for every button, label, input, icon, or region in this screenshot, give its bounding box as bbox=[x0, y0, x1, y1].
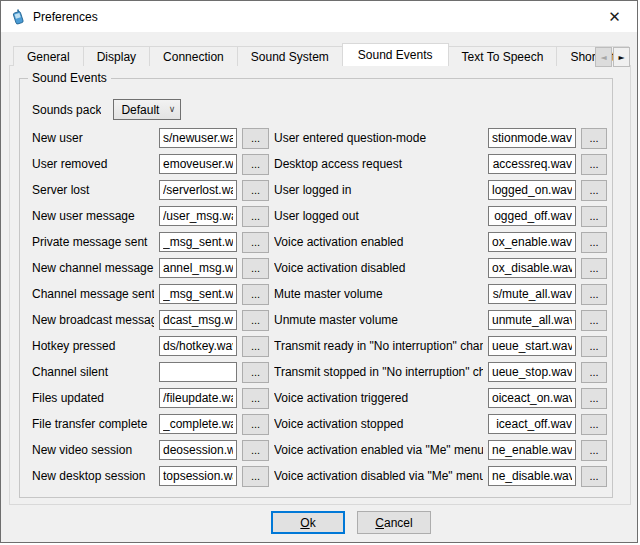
sound-event-row: Server lost...User logged in... bbox=[32, 177, 608, 203]
event-sound-input[interactable] bbox=[159, 232, 237, 252]
browse-button[interactable]: ... bbox=[242, 310, 269, 331]
event-sound-input[interactable] bbox=[488, 232, 576, 252]
browse-button[interactable]: ... bbox=[581, 414, 607, 435]
tab-sound-events[interactable]: Sound Events bbox=[342, 43, 449, 66]
browse-button[interactable]: ... bbox=[581, 128, 607, 149]
event-label: Unmute master volume bbox=[274, 313, 483, 327]
browse-button[interactable]: ... bbox=[581, 466, 607, 487]
event-sound-input[interactable] bbox=[159, 310, 237, 330]
event-label: Voice activation stopped bbox=[274, 417, 483, 431]
sound-event-row: Files updated...Voice activation trigger… bbox=[32, 385, 608, 411]
event-label: Voice activation disabled via "Me" menu bbox=[274, 469, 483, 483]
event-sound-input[interactable] bbox=[488, 284, 576, 304]
browse-button[interactable]: ... bbox=[242, 336, 269, 357]
browse-button[interactable]: ... bbox=[242, 466, 269, 487]
browse-button[interactable]: ... bbox=[242, 232, 269, 253]
sound-event-row: New broadcast message...Unmute master vo… bbox=[32, 307, 608, 333]
browse-button[interactable]: ... bbox=[581, 388, 607, 409]
browse-button[interactable]: ... bbox=[242, 154, 269, 175]
event-sound-input[interactable] bbox=[159, 388, 237, 408]
event-sound-input[interactable] bbox=[159, 440, 237, 460]
event-label: Voice activation triggered bbox=[274, 391, 483, 405]
event-sound-input[interactable] bbox=[159, 414, 237, 434]
browse-button[interactable]: ... bbox=[242, 180, 269, 201]
event-sound-input[interactable] bbox=[159, 362, 237, 382]
event-label: Private message sent bbox=[32, 235, 154, 249]
sound-event-row: Channel silent...Transmit stopped in "No… bbox=[32, 359, 608, 385]
sounds-pack-label: Sounds pack bbox=[32, 103, 101, 117]
event-sound-input[interactable] bbox=[159, 466, 237, 486]
browse-button[interactable]: ... bbox=[242, 414, 269, 435]
event-label: New desktop session bbox=[32, 469, 154, 483]
browse-button[interactable]: ... bbox=[242, 128, 269, 149]
browse-button[interactable]: ... bbox=[242, 206, 269, 227]
event-label: File transfer complete bbox=[32, 417, 154, 431]
tab-scroll-right-button[interactable]: ► bbox=[613, 47, 630, 67]
event-sound-input[interactable] bbox=[488, 388, 576, 408]
event-sound-input[interactable] bbox=[488, 180, 576, 200]
sound-event-row: New desktop session...Voice activation d… bbox=[32, 463, 608, 489]
tab-bar: GeneralDisplayConnectionSound SystemSoun… bbox=[13, 43, 629, 66]
browse-button[interactable]: ... bbox=[581, 440, 607, 461]
browse-button[interactable]: ... bbox=[581, 154, 607, 175]
event-sound-input[interactable] bbox=[488, 440, 576, 460]
browse-button[interactable]: ... bbox=[581, 180, 607, 201]
event-sound-input[interactable] bbox=[488, 310, 576, 330]
title-bar: Preferences ✕ bbox=[1, 1, 637, 32]
event-sound-input[interactable] bbox=[488, 154, 576, 174]
event-sound-input[interactable] bbox=[159, 180, 237, 200]
cancel-button[interactable]: Cancel bbox=[357, 511, 431, 534]
tab-scroll-left-button[interactable]: ◄ bbox=[595, 47, 612, 67]
sound-events-groupbox: Sound Events Sounds pack Default ∨ New u… bbox=[19, 78, 613, 498]
tab-sound-system[interactable]: Sound System bbox=[237, 46, 343, 66]
browse-button[interactable]: ... bbox=[242, 440, 269, 461]
tab-display[interactable]: Display bbox=[83, 46, 150, 66]
sounds-pack-select[interactable]: Default ∨ bbox=[113, 99, 181, 120]
event-label: Transmit ready in "No interruption" chan… bbox=[274, 339, 483, 353]
event-label: Files updated bbox=[32, 391, 154, 405]
ok-button[interactable]: Ok bbox=[271, 511, 345, 534]
event-label: Channel silent bbox=[32, 365, 154, 379]
tab-connection[interactable]: Connection bbox=[149, 46, 238, 66]
event-sound-input[interactable] bbox=[488, 206, 576, 226]
event-label: New user bbox=[32, 131, 154, 145]
arrow-left-icon: ◄ bbox=[600, 53, 606, 62]
event-label: New user message bbox=[32, 209, 154, 223]
browse-button[interactable]: ... bbox=[581, 258, 607, 279]
browse-button[interactable]: ... bbox=[242, 284, 269, 305]
browse-button[interactable]: ... bbox=[581, 284, 607, 305]
event-sound-input[interactable] bbox=[159, 206, 237, 226]
event-sound-input[interactable] bbox=[488, 128, 576, 148]
event-sound-input[interactable] bbox=[488, 466, 576, 486]
browse-button[interactable]: ... bbox=[242, 388, 269, 409]
event-label: Desktop access request bbox=[274, 157, 483, 171]
browse-button[interactable]: ... bbox=[581, 206, 607, 227]
sound-event-row: New user...User entered question-mode... bbox=[32, 125, 608, 151]
event-label: Voice activation disabled bbox=[274, 261, 483, 275]
browse-button[interactable]: ... bbox=[581, 232, 607, 253]
event-label: Hotkey pressed bbox=[32, 339, 154, 353]
sound-event-row: User removed...Desktop access request... bbox=[32, 151, 608, 177]
arrow-right-icon: ► bbox=[618, 53, 624, 62]
tab-text-to-speech[interactable]: Text To Speech bbox=[448, 46, 558, 66]
event-sound-input[interactable] bbox=[488, 362, 576, 382]
event-sound-input[interactable] bbox=[488, 414, 576, 434]
sound-event-row: New video session...Voice activation ena… bbox=[32, 437, 608, 463]
browse-button[interactable]: ... bbox=[242, 362, 269, 383]
event-sound-input[interactable] bbox=[488, 258, 576, 278]
event-label: Mute master volume bbox=[274, 287, 483, 301]
event-sound-input[interactable] bbox=[488, 336, 576, 356]
event-label: Channel message sent bbox=[32, 287, 154, 301]
sound-event-row: New channel message...Voice activation d… bbox=[32, 255, 608, 281]
browse-button[interactable]: ... bbox=[242, 258, 269, 279]
browse-button[interactable]: ... bbox=[581, 362, 607, 383]
close-button[interactable]: ✕ bbox=[592, 1, 637, 32]
event-sound-input[interactable] bbox=[159, 336, 237, 356]
event-sound-input[interactable] bbox=[159, 284, 237, 304]
event-sound-input[interactable] bbox=[159, 128, 237, 148]
browse-button[interactable]: ... bbox=[581, 336, 607, 357]
browse-button[interactable]: ... bbox=[581, 310, 607, 331]
tab-general[interactable]: General bbox=[13, 46, 84, 66]
event-sound-input[interactable] bbox=[159, 154, 237, 174]
event-sound-input[interactable] bbox=[159, 258, 237, 278]
